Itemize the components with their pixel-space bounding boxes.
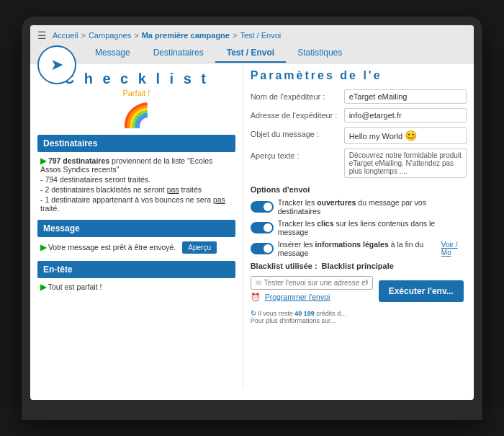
apercu-button[interactable]: Aperçu <box>182 241 217 254</box>
tab-statistiques[interactable]: Statistiques <box>286 44 354 63</box>
dest-line4: - 1 destinataire appartenant à vos bounc… <box>40 195 233 213</box>
sep-3: > <box>233 31 237 40</box>
tab-destinataires[interactable]: Destinataires <box>142 44 215 63</box>
menu-icon[interactable]: ☰ <box>37 30 47 41</box>
objet-value[interactable]: Hello my World 😊 <box>344 127 467 144</box>
blacklist-value: Blacklist principale <box>322 262 394 270</box>
nav-tabs: Message Destinataires Test / Envoi Stati… <box>84 44 467 63</box>
main-content: C h e c k l i s t Parfait ! 🌈 Destinatai… <box>30 63 474 389</box>
sep-1: > <box>81 31 85 40</box>
adresse-value[interactable]: info@etarget.fr <box>344 108 467 123</box>
expediteur-value[interactable]: eTarget eMailing <box>344 89 467 104</box>
toggle-row-1: Tracker les ouvertures du message par vo… <box>251 198 467 215</box>
toggle-2-text: Tracker les clics sur les liens contenus… <box>278 219 467 236</box>
expediteur-row: Nom de l'expéditeur : eTarget eMailing <box>251 89 467 104</box>
logo-arrow-icon: ➤ <box>50 55 63 74</box>
breadcrumb-test[interactable]: Test / Envoi <box>240 31 281 40</box>
expediteur-label: Nom de l'expéditeur : <box>251 89 344 101</box>
green-arrow-entete-icon: ▶ <box>40 282 46 291</box>
credits-count: 40 199 <box>294 310 315 317</box>
logo: ➤ <box>37 45 76 84</box>
browser-chrome: ☰ Accueil > Campagnes > Ma première camp… <box>30 25 474 63</box>
checklist-subtitle: Parfait ! <box>37 89 235 97</box>
credits-line2: Pour plus d'informations sur... <box>251 317 336 324</box>
laptop-frame: ☰ Accueil > Campagnes > Ma première camp… <box>22 17 482 420</box>
green-arrow-icon: ▶ <box>40 156 46 165</box>
sep-2: > <box>134 31 138 40</box>
test-envoi-input-wrap[interactable]: ✉ <box>251 276 373 290</box>
browser-toolbar: ☰ Accueil > Campagnes > Ma première camp… <box>37 30 467 41</box>
breadcrumb-campagne[interactable]: Ma première campagne <box>142 31 230 40</box>
blacklist-row: Blacklist utilisée : Blacklist principal… <box>251 262 467 270</box>
credits-info: ↻ Il vous reste 40 199 crédits d... Pour… <box>251 309 467 324</box>
apercu-value: Découvrez notre formidable produit eTarg… <box>344 148 467 178</box>
breadcrumb: Accueil > Campagnes > Ma première campag… <box>53 31 281 40</box>
right-panel: Paramètres de l'e Nom de l'expéditeur : … <box>243 63 474 389</box>
adresse-label: Adresse de l'expéditeur : <box>251 108 344 120</box>
destinataires-header: Destinataires <box>37 135 235 152</box>
rainbow-icon: 🌈 <box>37 102 235 129</box>
voir-link[interactable]: Voir / Mo <box>441 241 467 257</box>
destinataires-content: ▶ 797 destinataires proviennent de la li… <box>37 156 235 213</box>
action-row: ✉ ⏰ Programmer l'envoi Exécuter l'env... <box>251 276 467 306</box>
email-icon: ✉ <box>256 279 261 287</box>
execute-button[interactable]: Exécuter l'env... <box>379 280 464 302</box>
adresse-row: Adresse de l'expéditeur : info@etarget.f… <box>251 108 467 123</box>
toggle-clics[interactable] <box>251 222 274 233</box>
toggle-legales[interactable] <box>251 243 274 254</box>
dest-line3: - 2 destinataires blacklistés ne seront … <box>40 185 233 194</box>
refresh-icon[interactable]: ↻ <box>251 309 256 317</box>
dest-line2: - 794 destinataires seront traités. <box>40 175 233 184</box>
entete-content: ▶ Tout est parfait ! <box>37 282 235 291</box>
message-header: Message <box>37 220 235 237</box>
entete-text: ▶ Tout est parfait ! <box>40 282 233 291</box>
toggle-ouvertures[interactable] <box>251 201 274 213</box>
programmer-link[interactable]: Programmer l'envoi <box>265 293 330 301</box>
message-ready-text: ▶ Votre message est prêt à être envoyé. <box>40 243 178 252</box>
toggle-1-text: Tracker les ouvertures du message par vo… <box>278 198 467 215</box>
green-arrow-msg-icon: ▶ <box>40 243 46 252</box>
smiley-icon: 😊 <box>405 130 417 141</box>
objet-row: Objet du message : Hello my World 😊 <box>251 127 467 144</box>
blacklist-label: Blacklist utilisée : <box>251 262 318 270</box>
right-panel-title: Paramètres de l'e <box>251 69 467 82</box>
programmer-envoi-row: ⏰ Programmer l'envoi <box>251 293 373 302</box>
apercu-label: Aperçu texte : <box>251 148 344 160</box>
entete-header: En-tête <box>37 261 235 278</box>
bottom-actions: ✉ ⏰ Programmer l'envoi <box>251 276 373 306</box>
left-panel: C h e c k l i s t Parfait ! 🌈 Destinatai… <box>30 63 243 389</box>
message-content: ▶ Votre message est prêt à être envoyé. … <box>37 241 235 254</box>
tab-message[interactable]: Message <box>84 44 142 63</box>
objet-label: Objet du message : <box>251 127 344 138</box>
options-section: Options d'envoi Tracker les ouvertures d… <box>251 185 467 257</box>
breadcrumb-campagnes[interactable]: Campagnes <box>89 31 131 40</box>
dest-line1: 797 destinataires proviennent de la list… <box>40 156 212 174</box>
options-title: Options d'envoi <box>251 185 467 194</box>
laptop-screen: ☰ Accueil > Campagnes > Ma première camp… <box>30 25 474 400</box>
toggle-row-3: Insérer les informations légales à la fi… <box>251 240 467 257</box>
apercu-row: Aperçu texte : Découvrez notre formidabl… <box>251 148 467 178</box>
credits-line1: Il vous reste 40 199 crédits d... <box>258 310 346 317</box>
toggle-3-text: Insérer les informations légales à la fi… <box>278 240 437 257</box>
tab-test-envoi[interactable]: Test / Envoi <box>215 44 286 63</box>
toggle-row-2: Tracker les clics sur les liens contenus… <box>251 219 467 236</box>
test-envoi-input[interactable] <box>264 279 368 287</box>
breadcrumb-accueil[interactable]: Accueil <box>53 31 78 40</box>
clock-icon: ⏰ <box>251 293 261 302</box>
